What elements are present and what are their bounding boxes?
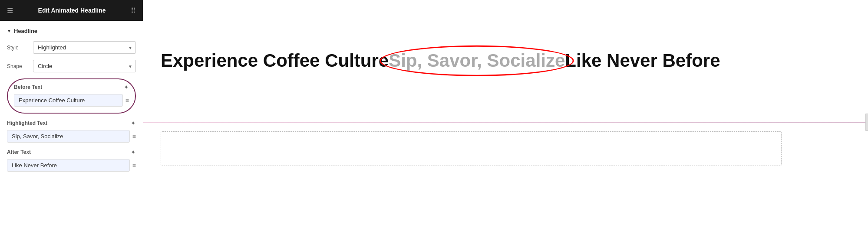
sidebar: ☰ Edit Animated Headline ⠿ ▼ Headline St…	[0, 0, 143, 244]
highlighted-text-input-row: ≡	[7, 130, 136, 143]
preview-top: Experience Coffee Culture Sip, Savor, So…	[143, 0, 868, 122]
style-label: Style	[7, 45, 33, 51]
chevron-icon[interactable]: ▼	[7, 29, 11, 33]
headline-after-text: Like Never Before	[565, 50, 720, 71]
before-text-input[interactable]	[14, 94, 123, 107]
apps-icon[interactable]: ⠿	[131, 7, 136, 15]
style-field-row: Style Highlighted Circle Underline Doubl…	[7, 41, 136, 54]
shape-label: Shape	[7, 63, 33, 69]
style-select[interactable]: Highlighted Circle Underline Double Unde…	[33, 41, 136, 54]
headline-highlighted-text: Sip, Savor, Socialize	[389, 50, 565, 72]
before-text-input-row: ≡	[14, 94, 129, 107]
highlighted-text-section: Highlighted Text ✦ ≡	[7, 120, 136, 143]
sidebar-title: Edit Animated Headline	[38, 7, 106, 14]
preview-bottom	[143, 123, 868, 244]
after-text-label: After Text	[7, 149, 31, 155]
menu-icon[interactable]: ☰	[7, 7, 13, 15]
after-text-header: After Text ✦	[7, 149, 136, 156]
sidebar-content: ▼ Headline Style Highlighted Circle Unde…	[0, 21, 143, 244]
after-text-list-icon[interactable]: ≡	[132, 162, 136, 169]
headline-label: Headline	[14, 28, 37, 34]
highlighted-text-content: Sip, Savor, Socialize	[389, 50, 565, 71]
before-text-label: Before Text	[14, 84, 42, 90]
highlighted-text-label: Highlighted Text	[7, 120, 47, 126]
headline-before-text: Experience Coffee Culture	[161, 50, 389, 71]
style-select-wrapper: Highlighted Circle Underline Double Unde…	[33, 41, 136, 54]
shape-select-wrapper: Circle Oval Square ▼	[33, 60, 136, 72]
collapse-handle[interactable]: ‹	[865, 114, 868, 131]
after-text-section: After Text ✦ ≡	[7, 149, 136, 172]
main-preview-area: ‹ Experience Coffee Culture Sip, Savor, …	[143, 0, 868, 244]
after-text-input-row: ≡	[7, 159, 136, 172]
before-text-header: Before Text ✦	[14, 84, 129, 91]
dotted-placeholder-box	[161, 131, 782, 166]
before-text-list-icon[interactable]: ≡	[125, 97, 129, 104]
highlighted-text-dynamic-icon[interactable]: ✦	[131, 120, 136, 127]
shape-field-row: Shape Circle Oval Square ▼	[7, 60, 136, 72]
highlighted-text-header: Highlighted Text ✦	[7, 120, 136, 127]
highlighted-text-list-icon[interactable]: ≡	[132, 133, 136, 140]
headline-section-title: ▼ Headline	[7, 28, 136, 34]
before-text-dynamic-icon[interactable]: ✦	[124, 84, 129, 91]
before-text-section: Before Text ✦ ≡	[7, 78, 136, 114]
headline-preview: Experience Coffee Culture Sip, Savor, So…	[161, 50, 720, 72]
after-text-input[interactable]	[7, 159, 130, 172]
highlighted-text-input[interactable]	[7, 130, 130, 143]
preview-divider	[143, 122, 868, 123]
sidebar-header: ☰ Edit Animated Headline ⠿	[0, 0, 143, 21]
shape-select[interactable]: Circle Oval Square	[33, 60, 136, 72]
after-text-dynamic-icon[interactable]: ✦	[131, 149, 136, 156]
